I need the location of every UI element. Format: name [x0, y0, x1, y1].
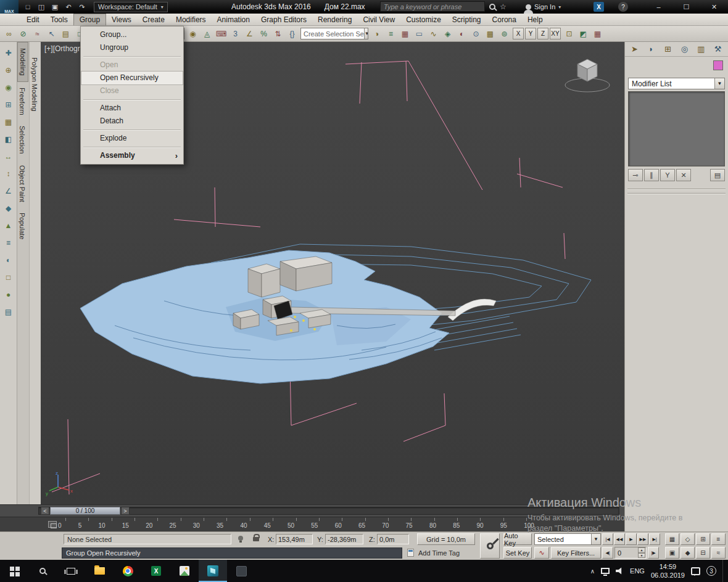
- menu-item[interactable]: Customize: [400, 14, 447, 25]
- app-logo-icon[interactable]: MAX: [0, 0, 19, 14]
- time-slider-handle[interactable]: 0 / 100: [50, 507, 120, 515]
- make-unique-button[interactable]: Y: [660, 169, 675, 181]
- start-button[interactable]: [0, 560, 28, 582]
- group-menu-item[interactable]: Group...: [81, 28, 183, 41]
- file-explorer-button[interactable]: [85, 560, 114, 582]
- group-menu-item[interactable]: Close: [81, 84, 183, 97]
- ribbon-tab[interactable]: Populate: [17, 207, 27, 245]
- tray-expand-icon[interactable]: ∧: [590, 568, 595, 575]
- set-keys-button[interactable]: [480, 533, 500, 559]
- viewport-label[interactable]: [+][Orthogr: [44, 44, 80, 53]
- set-key-button[interactable]: Set Key: [503, 547, 532, 559]
- save-file-icon[interactable]: ▣: [49, 2, 60, 12]
- status-mini-button-7[interactable]: ⊟: [696, 547, 710, 559]
- render-setup-icon[interactable]: ⊙: [469, 27, 482, 40]
- ribbon-tab[interactable]: Selection: [17, 120, 27, 159]
- keyboard-shortcut-override-icon[interactable]: ⌨: [215, 27, 228, 40]
- taskbar-search-button[interactable]: [28, 560, 57, 582]
- left-toolbar-icon[interactable]: ↔: [2, 150, 15, 163]
- previous-frame-button[interactable]: ◀|: [602, 547, 613, 559]
- show-desktop-button[interactable]: [722, 560, 726, 582]
- left-toolbar-icon[interactable]: ◧: [2, 133, 15, 146]
- selection-lock-toggle[interactable]: [253, 537, 259, 541]
- left-toolbar-icon[interactable]: ◉: [2, 81, 15, 94]
- task-view-button[interactable]: [57, 560, 85, 582]
- menu-item[interactable]: Help: [522, 14, 548, 25]
- undo-icon[interactable]: ↶: [63, 2, 74, 12]
- left-toolbar-icon[interactable]: ⊞: [2, 99, 15, 111]
- next-frame-button[interactable]: |▶: [648, 547, 659, 559]
- x-coordinate-field[interactable]: [276, 534, 313, 544]
- left-toolbar-icon[interactable]: ◆: [2, 202, 15, 215]
- spinner-snap-toggle-icon[interactable]: ⇅: [271, 27, 284, 40]
- layer-manager-icon[interactable]: ▦: [399, 27, 412, 40]
- motion-tab[interactable]: ◎: [677, 43, 692, 56]
- menu-item[interactable]: Edit: [21, 14, 45, 25]
- time-slider-prev-button[interactable]: <: [41, 507, 49, 515]
- help-icon[interactable]: ?: [618, 2, 628, 12]
- time-slider-next-button[interactable]: >: [121, 507, 130, 515]
- menu-item[interactable]: Rendering: [312, 14, 357, 25]
- y-coordinate-field[interactable]: [325, 534, 363, 544]
- material-editor-icon[interactable]: ◐: [455, 27, 468, 40]
- show-end-result-button[interactable]: ∥: [644, 169, 659, 181]
- menu-item[interactable]: Civil View: [357, 14, 400, 25]
- display-tab[interactable]: ▥: [693, 43, 709, 56]
- render-production-icon[interactable]: ⊚: [498, 27, 511, 40]
- track-bar[interactable]: 0510152025303540455055606570758085909510…: [0, 517, 624, 531]
- axis-constraint-button[interactable]: Y: [525, 28, 536, 39]
- group-menu-item[interactable]: Attach: [81, 102, 183, 115]
- status-mini-button-4[interactable]: ≡: [711, 533, 726, 545]
- create-tab[interactable]: ➤: [627, 43, 642, 56]
- exchange-apps-icon[interactable]: X: [594, 2, 604, 12]
- status-mini-button-5[interactable]: ▣: [665, 547, 679, 559]
- excel-button[interactable]: [142, 560, 170, 582]
- minimize-button[interactable]: –: [645, 0, 672, 14]
- spinner-up-icon[interactable]: ▲: [638, 547, 645, 553]
- left-toolbar-icon[interactable]: ≡: [2, 237, 15, 249]
- chrome-button[interactable]: [114, 560, 142, 582]
- curve-editor-icon[interactable]: ∿: [427, 27, 440, 40]
- schematic-view-icon[interactable]: ◈: [441, 27, 454, 40]
- photos-button[interactable]: [170, 560, 199, 582]
- status-mini-button-1[interactable]: ▦: [665, 533, 679, 545]
- modify-tab[interactable]: ◗: [643, 43, 659, 56]
- left-toolbar-icon[interactable]: ∠: [2, 185, 15, 197]
- ribbon-panel-polygon-modeling[interactable]: Polygon Modeling: [30, 52, 39, 117]
- toolbar-extra-icon-3[interactable]: ▦: [591, 27, 604, 40]
- status-light-icon[interactable]: [238, 536, 243, 541]
- group-menu-item[interactable]: Explode: [81, 132, 183, 145]
- toolbar-extra-icon-1[interactable]: ⊡: [563, 27, 576, 40]
- left-toolbar-icon[interactable]: ⊕: [2, 64, 15, 76]
- align-icon[interactable]: ≡: [384, 27, 397, 40]
- maximize-button[interactable]: ☐: [672, 0, 700, 14]
- network-icon[interactable]: [601, 568, 610, 574]
- infocenter-search-input[interactable]: [380, 1, 485, 12]
- notification-center-icon[interactable]: [691, 567, 700, 575]
- group-menu-item[interactable]: Ungroup: [81, 41, 183, 54]
- utilities-tab[interactable]: ⚒: [710, 43, 726, 56]
- group-menu-item[interactable]: Open: [81, 59, 183, 72]
- view-cube[interactable]: [561, 54, 613, 95]
- axis-constraint-button[interactable]: XY: [550, 28, 561, 39]
- status-mini-button-6[interactable]: ◆: [680, 547, 695, 559]
- use-pivot-point-center-icon[interactable]: ◉: [186, 27, 199, 40]
- add-time-tag-button[interactable]: Add Time Tag: [418, 547, 475, 559]
- selection-set-dropdown[interactable]: Selected ▼: [534, 533, 601, 545]
- bind-to-space-warp-icon[interactable]: ≈: [31, 27, 44, 40]
- snaps-toggle-icon[interactable]: 3: [229, 27, 242, 40]
- menu-item[interactable]: Graph Editors: [255, 14, 312, 25]
- left-toolbar-icon[interactable]: ●: [2, 289, 15, 301]
- object-color-swatch[interactable]: [713, 60, 723, 70]
- left-toolbar-icon[interactable]: ▦: [2, 116, 15, 128]
- 3ds-max-taskbar-button[interactable]: [199, 560, 227, 582]
- new-scene-icon[interactable]: □: [22, 2, 33, 12]
- group-menu-item[interactable]: Detach: [81, 115, 183, 128]
- volume-icon[interactable]: [616, 567, 624, 575]
- menu-item[interactable]: Scripting: [447, 14, 487, 25]
- language-indicator[interactable]: ENG: [630, 567, 645, 575]
- left-toolbar-icon[interactable]: ▲: [2, 219, 15, 232]
- menu-item[interactable]: Modifiers: [170, 14, 212, 25]
- axis-constraint-button[interactable]: X: [513, 28, 524, 39]
- select-and-manipulate-icon[interactable]: ◬: [201, 27, 213, 40]
